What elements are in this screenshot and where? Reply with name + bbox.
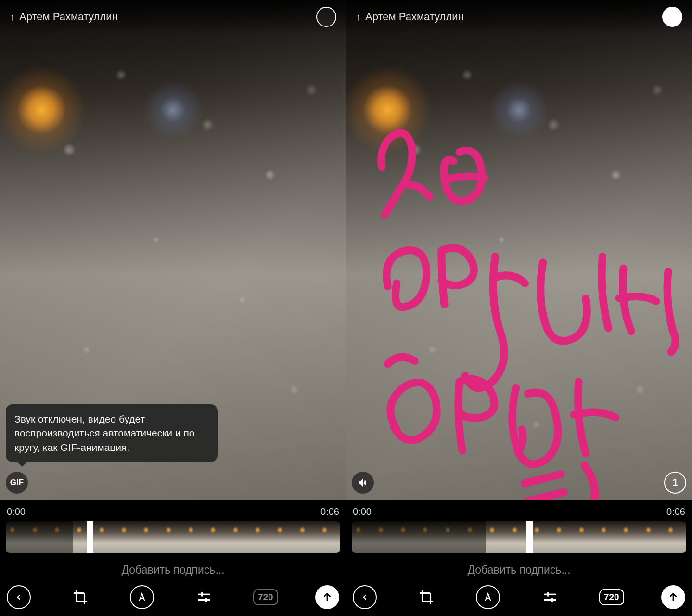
back-button[interactable] bbox=[7, 585, 31, 609]
gif-tooltip: Звук отключен, видео будет воспроизводит… bbox=[6, 404, 218, 462]
video-timeline[interactable] bbox=[6, 521, 340, 553]
header: ↑ Артем Рахматуллин bbox=[346, 0, 692, 34]
chevron-left-icon bbox=[14, 593, 23, 602]
time-end: 0:06 bbox=[666, 506, 685, 517]
sliders-icon bbox=[542, 589, 558, 605]
crop-icon bbox=[418, 589, 435, 605]
timeline-frame bbox=[352, 521, 374, 553]
timeline-frame bbox=[575, 521, 597, 553]
crop-button[interactable] bbox=[414, 585, 438, 609]
timeline-frame bbox=[251, 521, 273, 553]
quality-button[interactable]: 720 bbox=[600, 585, 624, 609]
trim-handle[interactable] bbox=[526, 521, 533, 553]
speaker-icon bbox=[357, 477, 369, 488]
sound-button[interactable] bbox=[352, 472, 374, 494]
timeline-frame bbox=[28, 521, 50, 553]
caption-placeholder: Добавить подпись... bbox=[121, 564, 224, 576]
time-start: 0:00 bbox=[7, 506, 26, 517]
send-button[interactable] bbox=[315, 585, 339, 609]
chevron-left-icon bbox=[360, 593, 369, 602]
timeline-frame bbox=[597, 521, 619, 553]
timeline-frame bbox=[206, 521, 229, 553]
adjust-button[interactable] bbox=[538, 585, 562, 609]
video-preview[interactable]: Звук отключен, видео будет воспроизводит… bbox=[0, 0, 346, 500]
crop-icon bbox=[72, 589, 89, 605]
timeline-frame bbox=[229, 521, 251, 553]
preview-actions: 1 bbox=[352, 472, 686, 494]
quality-button[interactable]: 720 bbox=[254, 585, 278, 609]
timeline-frame bbox=[6, 521, 28, 553]
timeline-frame bbox=[140, 521, 162, 553]
timeline-frame bbox=[162, 521, 184, 553]
recipient-chip[interactable]: ↑ Артем Рахматуллин bbox=[356, 11, 464, 23]
timeline-frame bbox=[273, 521, 295, 553]
video-preview[interactable]: 1 bbox=[346, 0, 692, 500]
timeline-frame bbox=[318, 521, 340, 553]
screen-right: ↑ Артем Рахматуллин bbox=[346, 0, 692, 616]
preview-actions: GIF bbox=[6, 472, 340, 494]
trim-handle[interactable] bbox=[87, 521, 93, 553]
caption-placeholder: Добавить подпись... bbox=[467, 564, 570, 576]
footer: 0:00 0:06 Добавить подпись... bbox=[0, 500, 346, 616]
timeline-frame bbox=[184, 521, 206, 553]
timeline-frame bbox=[441, 521, 463, 553]
time-end: 0:06 bbox=[320, 506, 339, 517]
arrow-up-icon bbox=[322, 592, 333, 603]
timeline-frame bbox=[664, 521, 686, 553]
text-a-icon bbox=[137, 592, 147, 603]
text-button[interactable] bbox=[130, 585, 154, 609]
timeline-frame bbox=[641, 521, 664, 553]
gif-mode-button[interactable]: GIF bbox=[6, 472, 28, 494]
media-count: 1 bbox=[672, 476, 678, 489]
avatar[interactable] bbox=[316, 7, 336, 27]
video-timeline[interactable] bbox=[352, 521, 686, 553]
tooltip-text: Звук отключен, видео будет воспроизводит… bbox=[14, 413, 195, 453]
arrow-up-icon bbox=[668, 592, 679, 603]
timeline-frame bbox=[486, 521, 508, 553]
timeline-frame bbox=[397, 521, 419, 553]
recipient-name: Артем Рахматуллин bbox=[365, 11, 464, 23]
time-row: 0:00 0:06 bbox=[352, 504, 686, 521]
sliders-icon bbox=[196, 589, 212, 605]
media-count-button[interactable]: 1 bbox=[664, 472, 686, 494]
timeline-frame bbox=[619, 521, 641, 553]
timeline-frame bbox=[419, 521, 441, 553]
drawing-overlay bbox=[346, 0, 692, 500]
back-button[interactable] bbox=[353, 585, 377, 609]
timeline-frame bbox=[463, 521, 486, 553]
text-button[interactable] bbox=[476, 585, 500, 609]
timeline-frame bbox=[95, 521, 117, 553]
adjust-button[interactable] bbox=[192, 585, 216, 609]
send-button[interactable] bbox=[661, 585, 685, 609]
gif-label: GIF bbox=[10, 478, 24, 488]
arrow-up-icon: ↑ bbox=[356, 12, 360, 23]
toolbar: 720 bbox=[6, 582, 340, 609]
recipient-name: Артем Рахматуллин bbox=[19, 11, 118, 23]
text-a-icon bbox=[483, 592, 493, 603]
time-row: 0:00 0:06 bbox=[6, 504, 340, 521]
timeline-frame bbox=[51, 521, 73, 553]
arrow-up-icon: ↑ bbox=[10, 12, 14, 23]
timeline-frame bbox=[374, 521, 396, 553]
time-start: 0:00 bbox=[353, 506, 372, 517]
screen-left: ↑ Артем Рахматуллин Звук отключен, видео… bbox=[0, 0, 346, 616]
timeline-frame bbox=[117, 521, 140, 553]
avatar[interactable] bbox=[662, 7, 682, 27]
caption-input[interactable]: Добавить подпись... bbox=[6, 553, 340, 582]
timeline-frame bbox=[552, 521, 575, 553]
quality-label: 720 bbox=[253, 589, 278, 605]
header: ↑ Артем Рахматуллин bbox=[0, 0, 346, 34]
timeline-frame bbox=[530, 521, 552, 553]
crop-button[interactable] bbox=[68, 585, 92, 609]
footer: 0:00 0:06 Добавить подпись... bbox=[346, 500, 692, 616]
toolbar: 720 bbox=[352, 582, 686, 609]
quality-label: 720 bbox=[599, 589, 624, 605]
caption-input[interactable]: Добавить подпись... bbox=[352, 553, 686, 582]
timeline-frame bbox=[295, 521, 318, 553]
recipient-chip[interactable]: ↑ Артем Рахматуллин bbox=[10, 11, 118, 23]
